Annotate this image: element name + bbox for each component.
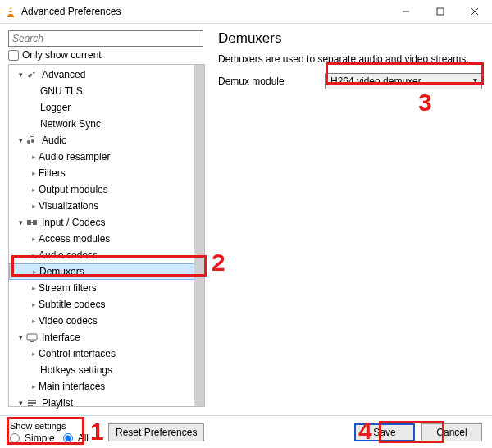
tree-item-control-interfaces[interactable]: Control interfaces <box>9 345 204 362</box>
tree-item-main-interfaces[interactable]: Main interfaces <box>9 378 204 395</box>
svg-rect-10 <box>31 222 33 223</box>
audio-note-icon <box>25 134 39 147</box>
save-button[interactable]: Save <box>354 423 415 441</box>
vlc-cone-icon <box>5 6 16 17</box>
chevron-right-icon <box>29 382 39 391</box>
demux-module-label: Demux module <box>218 75 325 87</box>
chevron-right-icon <box>30 267 39 276</box>
chevron-down-icon <box>16 136 25 144</box>
wrench-icon <box>25 68 39 81</box>
only-show-current-checkbox[interactable] <box>8 50 19 61</box>
tree-item-filters[interactable]: Filters <box>9 165 204 181</box>
chevron-right-icon <box>29 202 39 210</box>
chevron-down-icon <box>16 71 25 79</box>
playlist-icon <box>25 396 39 409</box>
chevron-down-icon <box>16 333 25 341</box>
demux-module-value: H264 video demuxer <box>330 75 421 87</box>
chevron-right-icon <box>29 350 39 358</box>
tree-item-interface[interactable]: Interface <box>9 329 204 345</box>
chevron-right-icon <box>29 185 39 194</box>
tree-item-visualizations[interactable]: Visualizations <box>9 198 204 214</box>
settings-tree: Advanced GNU TLS Logger Network Sync Aud… <box>8 64 205 407</box>
show-settings-label: Show settings <box>10 420 93 432</box>
cancel-button[interactable]: Cancel <box>421 423 482 441</box>
tree-item-demuxers[interactable]: Demuxers <box>9 263 204 280</box>
tree-item-subtitle-codecs[interactable]: Subtitle codecs <box>9 296 204 313</box>
window-maximize-button[interactable] <box>423 0 458 23</box>
svg-rect-9 <box>33 220 37 225</box>
page-description: Demuxers are used to separate audio and … <box>218 53 482 65</box>
chevron-right-icon <box>29 284 39 292</box>
tree-item-audio-resampler[interactable]: Audio resampler <box>9 149 204 165</box>
chevron-right-icon <box>29 235 39 243</box>
titlebar: Advanced Preferences <box>0 0 492 24</box>
tree-item-stream-filters[interactable]: Stream filters <box>9 280 204 296</box>
tree-item-hotkeys-settings[interactable]: Hotkeys settings <box>9 362 204 378</box>
chevron-right-icon <box>29 300 39 309</box>
chevron-down-icon <box>16 218 25 226</box>
footer: Show settings Simple All Reset Preferenc… <box>0 415 492 448</box>
svg-rect-5 <box>437 8 444 15</box>
chevron-right-icon <box>29 153 39 161</box>
tree-item-advanced[interactable]: Advanced <box>9 66 204 83</box>
show-settings-simple-radio[interactable] <box>10 433 20 443</box>
tree-item-video-codecs[interactable]: Video codecs <box>9 313 204 329</box>
demux-module-combo[interactable]: H264 video demuxer <box>325 73 482 89</box>
tree-item-gnu-tls[interactable]: GNU TLS <box>9 83 204 99</box>
chevron-right-icon <box>29 251 39 259</box>
tree-item-network-sync[interactable]: Network Sync <box>9 116 204 132</box>
tree-item-audio-codecs[interactable]: Audio codecs <box>9 247 204 263</box>
show-settings-all-radio[interactable] <box>63 433 73 443</box>
svg-rect-3 <box>8 12 12 14</box>
svg-rect-2 <box>9 9 12 11</box>
svg-marker-0 <box>8 7 13 16</box>
svg-rect-8 <box>27 220 31 225</box>
tree-item-playlist[interactable]: Playlist <box>9 395 204 411</box>
svg-rect-12 <box>30 341 34 342</box>
window-close-button[interactable] <box>458 0 492 23</box>
window-title: Advanced Preferences <box>21 6 121 17</box>
page-title: Demuxers <box>218 30 482 47</box>
show-settings-all-label: All <box>78 432 89 444</box>
right-pane: Demuxers Demuxers are used to separate a… <box>210 24 492 416</box>
only-show-current-label: Only show current <box>22 49 102 61</box>
tree-scrollbar[interactable] <box>194 65 204 406</box>
chevron-right-icon <box>29 317 39 325</box>
tree-item-logger[interactable]: Logger <box>9 99 204 116</box>
tree-item-input-codecs[interactable]: Input / Codecs <box>9 214 204 231</box>
input-codecs-icon <box>25 216 39 229</box>
search-input[interactable] <box>8 30 203 47</box>
svg-rect-1 <box>7 16 14 17</box>
show-settings-simple-label: Simple <box>25 432 55 444</box>
reset-preferences-button[interactable]: Reset Preferences <box>108 423 204 441</box>
tree-item-output-modules[interactable]: Output modules <box>9 181 204 198</box>
svg-rect-11 <box>27 334 37 340</box>
chevron-down-icon <box>16 399 25 407</box>
tree-item-access-modules[interactable]: Access modules <box>9 231 204 247</box>
left-pane: Only show current Advanced GNU TLS Logge… <box>0 24 210 416</box>
chevron-right-icon <box>29 169 39 177</box>
tree-item-audio[interactable]: Audio <box>9 132 204 149</box>
window-minimize-button[interactable] <box>389 0 423 23</box>
interface-icon <box>25 331 39 344</box>
